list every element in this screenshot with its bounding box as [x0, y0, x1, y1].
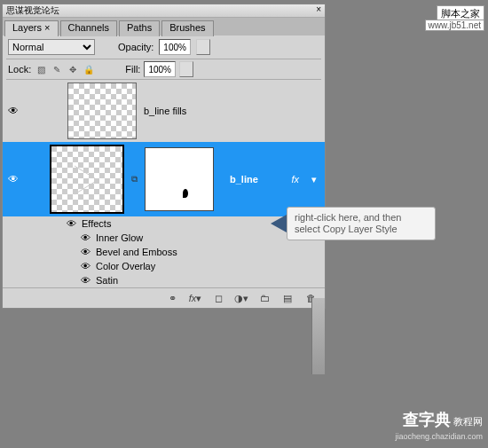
- opacity-value[interactable]: 100%: [159, 39, 191, 55]
- layer-name: b_line fills: [144, 106, 186, 116]
- fx-icon[interactable]: fx: [291, 174, 299, 185]
- opacity-slider-icon[interactable]: [196, 39, 210, 55]
- visibility-icon[interactable]: 👁: [81, 232, 91, 243]
- visibility-icon[interactable]: 👁: [81, 275, 91, 286]
- lock-transparency-icon[interactable]: ▧: [35, 63, 47, 75]
- scrollbar[interactable]: [311, 298, 325, 374]
- effect-item[interactable]: 👁Bevel and Emboss: [67, 245, 325, 259]
- layer-row[interactable]: 👁 b_line fills: [3, 80, 325, 142]
- visibility-icon[interactable]: 👁: [67, 218, 76, 229]
- layers-panel: 思谋视觉论坛 × Layers × Channels Paths Brushes…: [2, 4, 326, 309]
- layer-name: b_line: [230, 174, 258, 185]
- layer-style-icon[interactable]: fx▾: [188, 292, 202, 304]
- lock-brush-icon[interactable]: ✎: [51, 63, 63, 75]
- fill-slider-icon[interactable]: [179, 61, 193, 77]
- lock-move-icon[interactable]: ✥: [67, 63, 79, 75]
- callout-text: right-click here, and then select Copy L…: [287, 207, 436, 240]
- visibility-icon[interactable]: 👁: [81, 247, 91, 257]
- opacity-label: Opacity:: [118, 42, 153, 52]
- layer-thumbnail[interactable]: [50, 145, 124, 214]
- layer-row-selected[interactable]: 👁 ⧉ b_line fx ▾: [3, 142, 325, 216]
- tab-channels[interactable]: Channels: [60, 20, 117, 36]
- watermark-bottom: 查字典 教程网 jiaocheng.chazidian.com: [395, 409, 483, 441]
- layer-mask-thumbnail[interactable]: [145, 147, 214, 211]
- lock-label: Lock:: [8, 64, 31, 75]
- layer-mask-icon[interactable]: ◻: [211, 292, 225, 304]
- panel-titlebar: 思谋视觉论坛 ×: [3, 4, 325, 18]
- panel-title: 思谋视觉论坛: [6, 4, 59, 17]
- watermark-url: www.jb51.net: [425, 20, 484, 31]
- layer-list: 👁 b_line fills 👁 ⧉ b_line fx ▾ 👁Effects …: [3, 80, 325, 287]
- annotation-callout: right-click here, and then select Copy L…: [271, 207, 436, 240]
- fill-label: Fill:: [125, 64, 140, 75]
- fill-value[interactable]: 100%: [144, 61, 176, 77]
- new-group-icon[interactable]: 🗀: [257, 292, 272, 304]
- effect-item[interactable]: 👁Color Overlay: [67, 259, 325, 273]
- lock-row: Lock: ▧ ✎ ✥ 🔒 Fill: 100%: [3, 59, 325, 79]
- collapse-icon[interactable]: ▾: [311, 174, 317, 185]
- visibility-icon[interactable]: 👁: [5, 173, 21, 185]
- blend-mode-select[interactable]: Normal: [8, 39, 95, 55]
- lock-all-icon[interactable]: 🔒: [83, 63, 95, 75]
- panel-tabs: Layers × Channels Paths Brushes: [3, 18, 325, 35]
- effect-item[interactable]: 👁Satin: [67, 273, 325, 287]
- link-icon[interactable]: ⧉: [131, 174, 138, 185]
- arrow-left-icon: [271, 215, 287, 232]
- close-icon[interactable]: ×: [316, 4, 321, 17]
- new-layer-icon[interactable]: ▤: [280, 292, 295, 304]
- adjustment-layer-icon[interactable]: ◑▾: [234, 292, 248, 304]
- layer-thumbnail[interactable]: [67, 83, 137, 139]
- tab-paths[interactable]: Paths: [119, 20, 160, 36]
- blend-row: Normal Opacity: 100%: [3, 35, 325, 59]
- tab-layers[interactable]: Layers ×: [4, 20, 59, 36]
- tab-brushes[interactable]: Brushes: [161, 20, 213, 36]
- visibility-icon[interactable]: 👁: [81, 261, 91, 271]
- link-layers-icon[interactable]: ⚭: [165, 292, 179, 304]
- visibility-icon[interactable]: 👁: [5, 105, 21, 117]
- panel-bottom-toolbar: ⚭ fx▾ ◻ ◑▾ 🗀 ▤ 🗑: [3, 287, 325, 308]
